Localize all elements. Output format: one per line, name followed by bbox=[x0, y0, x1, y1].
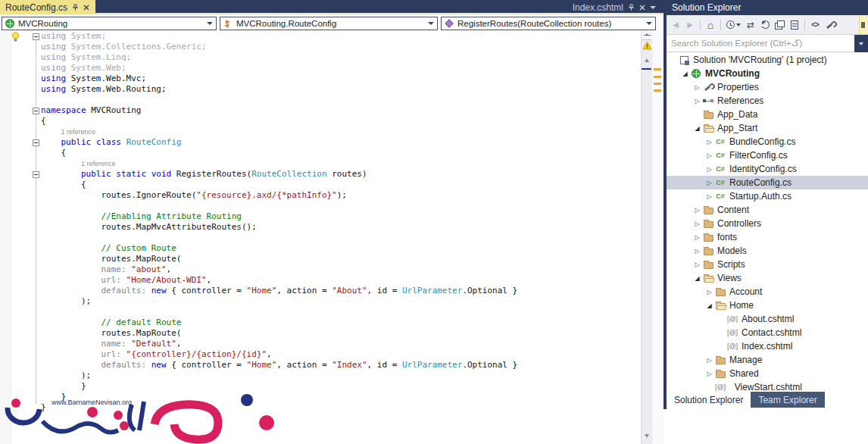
tree-item-label: Home bbox=[729, 300, 754, 311]
expand-arrow-icon[interactable]: ◢ bbox=[680, 70, 690, 77]
tree-item[interactable]: ▷Account bbox=[667, 285, 868, 299]
tree-item[interactable]: ▷C#IdentityConfig.cs bbox=[667, 162, 868, 176]
expand-arrow-icon[interactable]: ▷ bbox=[692, 261, 702, 268]
code-editor[interactable]: using System;using System.Collections.Ge… bbox=[0, 31, 641, 444]
tree-item[interactable]: ▷References bbox=[667, 94, 868, 108]
tree-item[interactable]: ◢Home bbox=[667, 299, 868, 312]
view-code-icon[interactable]: <> bbox=[810, 20, 820, 30]
expand-arrow-icon[interactable]: ▷ bbox=[704, 152, 714, 159]
home-icon[interactable]: ⌂ bbox=[706, 20, 715, 30]
expand-arrow-icon[interactable]: ▷ bbox=[704, 371, 714, 377]
tree-item[interactable]: ▷Controllers bbox=[667, 217, 868, 230]
collapse-all-icon[interactable] bbox=[790, 20, 799, 30]
tree-item[interactable]: ▷C#FilterConfig.cs bbox=[667, 149, 868, 162]
tree-item[interactable]: ◢Views bbox=[667, 271, 868, 285]
tree-item[interactable]: [@]Index.cshtml bbox=[667, 339, 868, 353]
expand-arrow-icon[interactable]: ▷ bbox=[692, 248, 702, 255]
tree-item[interactable]: ▷Scripts bbox=[667, 258, 868, 271]
tree-item-label: Account bbox=[729, 286, 762, 297]
tree-item-label: Shared bbox=[729, 368, 759, 379]
preview-selected-items-icon[interactable] bbox=[859, 16, 868, 34]
code-line: routes.MapMvcAttributeRoutes(); bbox=[41, 222, 517, 233]
tree-item[interactable]: ◢MVCRouting bbox=[667, 67, 868, 80]
expand-arrow-icon[interactable]: ◢ bbox=[692, 125, 702, 132]
toolbar-separator bbox=[720, 20, 721, 30]
code-line: 1 reference bbox=[41, 158, 517, 169]
tree-item[interactable]: ▷Manage bbox=[667, 353, 868, 367]
expand-arrow-icon[interactable]: ▷ bbox=[704, 193, 714, 200]
expand-arrow-icon[interactable]: ▷ bbox=[704, 139, 714, 145]
csharp-icon: C# bbox=[714, 136, 726, 147]
refresh-icon[interactable] bbox=[760, 20, 770, 30]
tab-index-cshtml[interactable]: Index.cshtml bbox=[567, 0, 661, 14]
back-icon[interactable]: ◀ bbox=[671, 20, 680, 30]
tree-item[interactable]: Solution 'MVCRouting' (1 project) bbox=[667, 53, 868, 67]
code-line: { bbox=[41, 148, 517, 158]
code-line: { bbox=[41, 116, 517, 127]
splitter-handle-icon[interactable] bbox=[642, 31, 653, 40]
forward-icon[interactable]: ▶ bbox=[685, 20, 695, 30]
tree-item[interactable]: ▷C#Startup.Auth.cs bbox=[667, 189, 868, 203]
collapse-box-class[interactable] bbox=[33, 139, 39, 146]
tree-item-label: IdentityConfig.cs bbox=[729, 164, 797, 174]
tree-item[interactable]: ▷Shared bbox=[667, 367, 868, 380]
expand-arrow-icon[interactable]: ◢ bbox=[704, 302, 714, 309]
pin-icon[interactable] bbox=[71, 4, 79, 11]
close-icon[interactable] bbox=[83, 4, 90, 11]
tree-item[interactable]: ◢App_Start bbox=[667, 121, 868, 135]
folder-open-icon bbox=[714, 300, 726, 311]
editor-scrollbar[interactable] bbox=[641, 31, 652, 444]
properties-icon[interactable] bbox=[825, 20, 835, 30]
scroll-down-arrow-icon[interactable] bbox=[645, 434, 649, 440]
expand-arrow-icon[interactable]: ▷ bbox=[704, 289, 714, 295]
tab-team-explorer[interactable]: Team Explorer bbox=[751, 392, 824, 408]
search-input[interactable] bbox=[667, 36, 854, 52]
type-dropdown[interactable]: MVCRouting.RouteConfig bbox=[220, 17, 438, 30]
search-options-button[interactable] bbox=[854, 35, 868, 52]
code-line: using System; bbox=[41, 31, 517, 42]
expand-arrow-icon[interactable]: ▷ bbox=[692, 207, 702, 214]
tree-item[interactable]: ▷Models bbox=[667, 244, 868, 258]
expand-arrow-icon[interactable]: ▷ bbox=[704, 166, 714, 173]
solution-explorer-search bbox=[667, 35, 868, 52]
sync-with-active-document-icon[interactable]: ⇄ bbox=[746, 20, 755, 30]
tree-item[interactable]: ▷fonts bbox=[667, 230, 868, 244]
scroll-up-arrow-icon[interactable] bbox=[645, 56, 649, 62]
expand-arrow-icon[interactable]: ▷ bbox=[692, 220, 702, 227]
expand-arrow-icon[interactable]: ▷ bbox=[692, 234, 702, 241]
expand-arrow-icon[interactable]: ◢ bbox=[692, 275, 702, 282]
tab-routeconfig[interactable]: RouteConfig.cs bbox=[0, 0, 95, 14]
project-dropdown-value: MVCRouting bbox=[18, 19, 67, 28]
tree-item[interactable]: ▷Content bbox=[667, 203, 868, 217]
tree-item[interactable]: App_Data bbox=[667, 108, 868, 121]
tab-solution-explorer[interactable]: Solution Explorer bbox=[667, 392, 751, 408]
expand-arrow-icon[interactable]: ▷ bbox=[692, 84, 702, 91]
tree-item-label: MVCRouting bbox=[705, 68, 760, 79]
pin-icon[interactable] bbox=[627, 4, 635, 11]
show-all-files-icon[interactable] bbox=[775, 20, 785, 30]
tree-item[interactable]: ▷Properties bbox=[667, 80, 868, 94]
expand-arrow-icon[interactable]: ▷ bbox=[704, 180, 714, 186]
method-icon bbox=[445, 19, 453, 27]
close-icon[interactable] bbox=[639, 4, 646, 11]
tree-item[interactable]: ▷C#BundleConfig.cs bbox=[667, 135, 868, 149]
tree-item-label: Solution 'MVCRouting' (1 project) bbox=[693, 55, 827, 65]
pending-changes-filter-icon[interactable] bbox=[726, 20, 741, 30]
solution-explorer-toolbar: ◀ ▶ ⌂ ⇄ <> bbox=[667, 15, 868, 35]
code-line: routes.MapRoute( bbox=[41, 328, 517, 339]
tab-dropdown-caret-icon[interactable] bbox=[650, 6, 656, 9]
tree-item[interactable]: [@]About.cshtml bbox=[667, 312, 868, 326]
solution-icon bbox=[678, 55, 690, 65]
expand-arrow-icon[interactable]: ▷ bbox=[704, 357, 714, 364]
collapse-box-namespace[interactable] bbox=[33, 108, 39, 114]
tree-item[interactable]: [@]Contact.cshtml bbox=[667, 326, 868, 339]
lightbulb-icon[interactable] bbox=[11, 32, 20, 42]
code-line: defaults: new { controller = "Home", act… bbox=[41, 286, 517, 296]
tree-item[interactable]: [@]_ViewStart.cshtml bbox=[667, 380, 868, 392]
expand-arrow-icon[interactable]: ▷ bbox=[692, 98, 702, 105]
tree-item[interactable]: ▷C#RouteConfig.cs bbox=[667, 176, 868, 189]
collapse-box-usings[interactable] bbox=[33, 33, 39, 40]
project-dropdown[interactable]: MVCRouting bbox=[2, 17, 217, 30]
collapse-box-method[interactable] bbox=[33, 171, 39, 178]
member-dropdown[interactable]: RegisterRoutes(RouteCollection routes) bbox=[441, 17, 656, 30]
